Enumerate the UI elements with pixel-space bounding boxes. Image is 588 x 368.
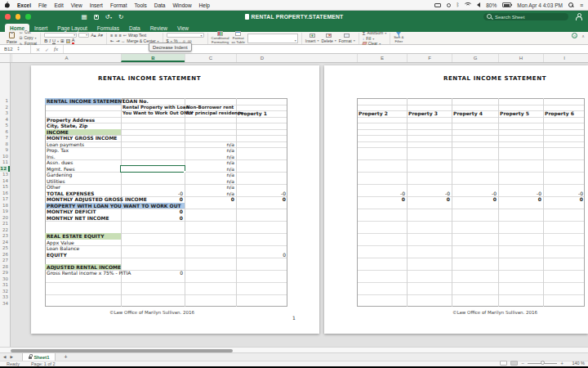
cell-B1-p1[interactable]: LOAN No. [121,98,185,105]
cell-A17-p1[interactable]: MONTHLY ADJUSTED GROSS INCOME [45,196,121,203]
cell-D3-p1[interactable]: Property 1 [236,110,287,117]
cell-I17-p2[interactable]: 0 [543,196,585,203]
sheet-tab-sheet1[interactable]: Sheet1 [22,353,56,361]
cell-D16-p1[interactable]: -0 [236,191,287,197]
cell-C2-p1[interactable]: Non-Borrower rent [185,105,236,111]
cell-A7-p1[interactable]: MONTHLY GROSS INCOME [45,135,121,141]
page-layout-view-button[interactable] [510,361,518,366]
fill-handle[interactable] [184,171,186,173]
page2-table-vline [407,98,408,307]
cell-I3-p2[interactable]: Property 6 [543,110,585,117]
cell-A5-p1[interactable]: City, State, Zip [45,123,121,129]
cell-C13-p1[interactable]: n/a [185,172,236,178]
cell-C10-p1[interactable]: n/a [185,154,236,160]
cell-H17-p2[interactable]: 0 [498,196,543,203]
cell-C11-p1[interactable]: n/a [185,159,236,166]
decrease-indent-tooltip: Decrease Indent [149,43,192,52]
cell-C17-p1[interactable]: 0 [185,196,236,203]
normal-view-button[interactable] [500,361,507,366]
cell-C14-p1[interactable]: n/a [185,178,236,185]
cell-A6-p1[interactable]: INCOME [45,129,121,136]
cell-A12-p1[interactable]: Mgmt. Fees [45,166,121,173]
cell-A1-p1[interactable]: RENTAL INCOME STATEMENT [45,98,121,105]
cell-A24-p1[interactable]: Appx Value [45,240,121,246]
page1-footer: ©Law Office of Marilyn Sullivan. 2016 [45,310,259,315]
cell-A15-p1[interactable]: Other [45,184,121,191]
cell-A14-p1[interactable]: Utilities [45,178,121,185]
cell-F16-p2[interactable]: -0 [407,191,452,197]
cell-B19-p1[interactable]: 0 [121,209,185,215]
cell-D17-p1[interactable]: 0 [236,196,287,203]
page1-table-vline [185,98,185,307]
page2-footer: ©Law Office of Marilyn Sullivan. 2016 [357,310,588,315]
zoom-percentage: 140 % [567,361,585,366]
zoom-out-button[interactable]: − [521,361,524,366]
cell-A18-p1[interactable]: PROPERTY WITH LOAN YOU WANT TO WORK OUT [45,203,185,209]
zoom-slider[interactable] [528,363,557,364]
prev-sheet-icon[interactable]: ◀ [3,355,6,359]
cell-E3-p2[interactable]: Property 2 [357,110,407,117]
excel-window: ExcelFileEditViewInsertFormatToolsDataWi… [0,0,588,368]
cell-B2-p1[interactable]: Rental Property with Loan [121,105,185,111]
cell-A13-p1[interactable]: Gardening [45,172,121,178]
cell-A16-p1[interactable]: TOTAL EXPENSES [45,191,121,197]
zoom-slider-thumb[interactable] [541,361,545,365]
cell-A9-p1[interactable]: Prop. Tax [45,147,121,154]
cell-A4-p1[interactable]: Property Address [45,117,121,123]
next-sheet-icon[interactable]: ▶ [10,355,12,359]
cell-E17-p2[interactable]: 0 [357,196,407,203]
page2-table [357,98,585,307]
cell-B29-p1[interactable]: 0 [121,270,185,276]
cell-C12-p1[interactable]: n/a [185,166,236,173]
horizontal-scrollbar[interactable] [0,347,588,352]
cell-C3-p1[interactable]: for principal residence [185,110,236,117]
cell-H3-p2[interactable]: Property 5 [498,110,543,117]
cell-G17-p2[interactable]: 0 [452,196,498,203]
cell-F3-p2[interactable]: Property 3 [407,110,452,117]
cell-C15-p1[interactable]: n/a [185,184,236,191]
cell-B16-p1[interactable]: -0 [121,191,185,197]
cell-G3-p2[interactable]: Property 4 [452,110,498,117]
cell-C16-p1[interactable]: n/a [185,191,236,197]
selected-cell-B12[interactable] [120,165,185,173]
cell-A25-p1[interactable]: Loan Balance [45,245,121,252]
sheet-tab-label: Sheet1 [33,355,49,360]
cell-A8-p1[interactable]: Loan payments [45,141,121,148]
cell-F17-p2[interactable]: 0 [407,196,452,203]
cell-A26-p1[interactable]: EQUITY [45,252,121,258]
page2-table-vline [498,98,499,307]
page1-table-vline [236,98,237,307]
page2-table-vline [452,98,452,307]
page1-header-title: RENTAL INCOME STATEMENT [45,75,254,82]
page1-number: 1 [292,315,302,321]
status-bar-right: − + 140 % [500,360,585,366]
cell-H16-p2[interactable]: -0 [498,191,543,197]
cell-A23-p1[interactable]: REAL ESTATE EQUITY [45,233,121,240]
cell-D26-p1[interactable]: 0 [236,252,287,258]
cell-A20-p1[interactable]: MONTHLY NET INCOME [45,215,121,222]
zoom-in-button[interactable]: + [560,361,564,366]
cell-C8-p1[interactable]: n/a [185,141,236,148]
lock-icon [29,357,32,359]
cell-G16-p2[interactable]: -0 [452,191,498,197]
cell-A11-p1[interactable]: Assn. dues [45,159,121,166]
cell-C9-p1[interactable]: n/a [185,147,236,154]
cell-B20-p1[interactable]: 0 [121,215,185,222]
cell-A10-p1[interactable]: Ins. [45,154,121,160]
horizontal-scrollbar-thumb[interactable] [11,349,233,352]
page2-header-title: RENTAL INCOME STATEMENT [357,75,588,82]
add-sheet-button[interactable]: + [64,354,67,360]
cell-A29-p1[interactable]: Gross Rental income x 75% - PITIA [45,270,121,276]
cell-B3-p1[interactable]: You Want to Work Out ONLY [121,110,185,117]
cell-E16-p2[interactable]: -0 [357,191,407,197]
cell-A19-p1[interactable]: MONTHLY DEFICIT [45,209,121,215]
cell-A28-p1[interactable]: ADJUSTED RENTAL INCOME [45,264,121,271]
cell-I16-p2[interactable]: -0 [543,191,585,197]
page2-table-vline [543,98,544,307]
cell-B17-p1[interactable]: 0 [121,196,185,203]
